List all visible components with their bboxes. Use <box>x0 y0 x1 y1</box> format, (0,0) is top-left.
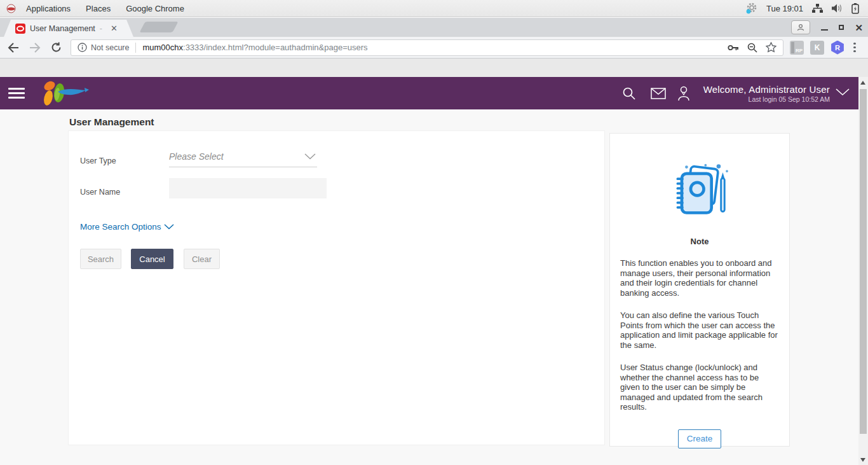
hamburger-menu-icon[interactable] <box>8 88 25 99</box>
browser-tab-strip: User Management - ✕ ✕ <box>0 18 868 37</box>
app-header: Welcome, Administrator User Last login 0… <box>0 77 868 109</box>
system-top-bar: Applications Places Google Chrome Tue 19… <box>0 0 868 17</box>
window-minimize-icon[interactable] <box>821 29 828 31</box>
more-search-options-link[interactable]: More Search Options <box>80 222 174 232</box>
user-name-label: User Name <box>80 188 120 197</box>
distro-icon <box>6 4 16 13</box>
header-chevron-down-icon[interactable] <box>835 88 850 99</box>
page-top-strip <box>0 59 868 77</box>
note-paragraph: User Status change (lock/unlock) and whe… <box>620 363 779 412</box>
page-title: User Management <box>69 116 154 128</box>
omnibox-separator <box>135 43 136 53</box>
user-name-input[interactable] <box>169 178 327 198</box>
last-login-text: Last login 05 Sep 10:52 AM <box>703 95 830 103</box>
bank-logo[interactable] <box>40 79 90 108</box>
web-page: Welcome, Administrator User Last login 0… <box>0 59 868 465</box>
scroll-down-icon[interactable] <box>860 458 865 462</box>
scroll-up-icon[interactable] <box>860 81 865 85</box>
welcome-block[interactable]: Welcome, Administrator User Last login 0… <box>703 84 830 103</box>
tab-title: User Management <box>30 24 95 33</box>
volume-icon[interactable] <box>832 4 843 13</box>
tab-close-icon[interactable]: ✕ <box>111 24 118 32</box>
url-host: mum00chx <box>142 43 183 52</box>
clock[interactable]: Tue 19:01 <box>766 4 803 13</box>
forward-icon[interactable] <box>29 43 41 53</box>
clear-button[interactable]: Clear <box>184 249 220 269</box>
extension-r-icon[interactable]: R <box>831 41 844 55</box>
menu-applications[interactable]: Applications <box>26 4 71 13</box>
bookmark-star-icon[interactable] <box>766 42 776 53</box>
security-label: Not secure <box>91 43 129 52</box>
header-search-icon[interactable] <box>614 87 644 101</box>
note-notebook-icon <box>669 163 730 218</box>
page-scrollbar[interactable] <box>858 77 868 465</box>
chrome-menu-icon[interactable] <box>851 43 864 53</box>
browser-tab[interactable]: User Management - ✕ <box>4 20 133 37</box>
search-button[interactable]: Search <box>80 249 121 269</box>
reload-icon[interactable] <box>51 42 62 53</box>
welcome-text: Welcome, Administrator User <box>703 84 830 95</box>
url-text[interactable]: mum00chx:3333/index.html?module=authadmi… <box>142 43 721 52</box>
mail-icon[interactable] <box>644 88 673 99</box>
url-rest: :3333/index.html?module=authadmin&page=u… <box>183 43 368 52</box>
software-update-icon[interactable] <box>746 3 757 14</box>
user-type-placeholder: Please Select <box>169 151 224 162</box>
note-body: This function enables you to onboard and… <box>620 258 779 412</box>
zoom-out-icon[interactable] <box>747 43 757 53</box>
tab-title-fade: - <box>100 24 102 33</box>
browser-profile-button[interactable] <box>791 20 810 34</box>
note-paragraph: This function enables you to onboard and… <box>620 258 779 298</box>
back-icon[interactable] <box>8 43 19 53</box>
user-type-label: User Type <box>80 156 116 165</box>
browser-toolbar: Not secure mum00chx:3333/index.html?modu… <box>0 37 868 59</box>
create-button[interactable]: Create <box>678 429 721 448</box>
user-avatar-icon[interactable] <box>673 86 695 101</box>
menu-google-chrome[interactable]: Google Chrome <box>126 4 184 13</box>
more-search-options-label: More Search Options <box>80 222 161 232</box>
user-type-select[interactable]: Please Select <box>169 146 317 167</box>
info-icon[interactable] <box>78 43 87 52</box>
battery-icon[interactable] <box>851 3 859 14</box>
scrollbar-thumb[interactable] <box>860 89 867 434</box>
key-icon[interactable] <box>728 44 739 52</box>
window-close-icon[interactable]: ✕ <box>855 23 863 32</box>
select-chevron-down-icon <box>304 153 316 160</box>
note-paragraph: You can also define the various Touch Po… <box>620 310 779 350</box>
new-tab-button[interactable] <box>139 22 178 32</box>
search-form-panel: User Type Please Select User Name More S… <box>68 130 605 445</box>
menu-places[interactable]: Places <box>86 4 111 13</box>
cancel-button[interactable]: Cancel <box>131 249 173 269</box>
network-icon[interactable] <box>812 4 823 13</box>
oracle-favicon <box>15 24 25 34</box>
note-title: Note <box>610 237 789 246</box>
extension-k-icon[interactable]: K <box>810 41 824 55</box>
extension-rp-icon[interactable]: RP <box>790 41 804 55</box>
screen: Applications Places Google Chrome Tue 19… <box>0 0 868 465</box>
note-panel: Note This function enables you to onboar… <box>609 133 790 447</box>
page-content: User Management User Type Please Select … <box>0 109 868 465</box>
address-bar[interactable]: Not secure mum00chx:3333/index.html?modu… <box>71 39 783 56</box>
extension-rp-label: RP <box>796 48 803 53</box>
window-maximize-icon[interactable] <box>839 25 844 30</box>
